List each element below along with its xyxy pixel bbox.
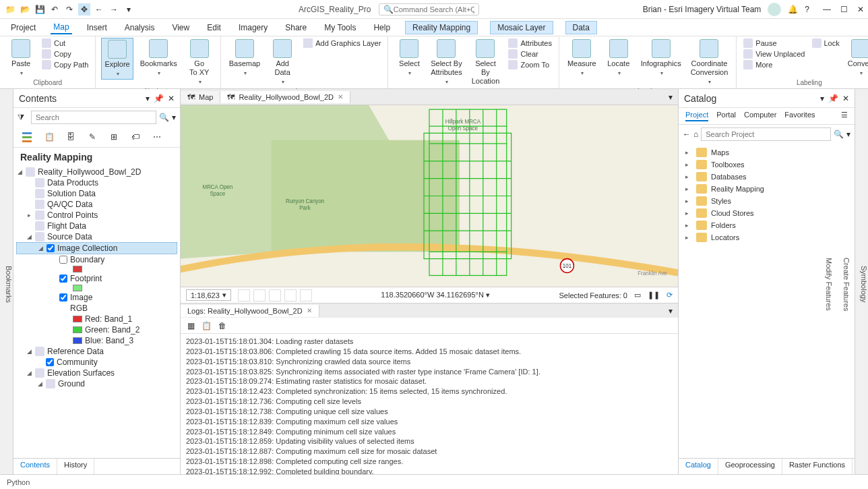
menu-edit[interactable]: Edit bbox=[204, 22, 224, 34]
view-unplaced-button[interactable]: View Unplaced bbox=[742, 49, 806, 59]
zoom-to-button[interactable]: Zoom To bbox=[507, 59, 553, 70]
rail-symbology[interactable]: Symbology bbox=[860, 266, 868, 302]
refresh-icon[interactable]: ⟳ bbox=[666, 291, 673, 299]
catalog-tab-portal[interactable]: Portal bbox=[716, 111, 736, 121]
logs-tab[interactable]: Logs: Reality_Hollywood_Bowl_2D✕ bbox=[181, 305, 319, 317]
bookmarks-button[interactable]: Bookmarks bbox=[137, 38, 180, 78]
basemap-button[interactable]: Basemap bbox=[226, 38, 263, 78]
copy-button[interactable]: Copy bbox=[40, 49, 90, 59]
command-search-input[interactable] bbox=[394, 5, 474, 13]
tree-item-image-collection[interactable]: ◢Image Collection bbox=[16, 242, 177, 254]
tree-item-control-points[interactable]: ▸Control Points bbox=[16, 210, 177, 221]
logs-body[interactable]: 2023-01-15T15:18:01.304: Loading raster … bbox=[181, 334, 678, 474]
selection-chip-icon[interactable]: ▭ bbox=[634, 291, 641, 299]
menu-project[interactable]: Project bbox=[8, 22, 38, 34]
bottom-tab-catalog[interactable]: Catalog bbox=[679, 459, 718, 474]
catalog-item-toolboxes[interactable]: ▸Toolboxes bbox=[683, 159, 850, 171]
go-to-xy-button[interactable]: GoTo XY bbox=[184, 38, 215, 88]
lock-button[interactable]: Lock bbox=[811, 38, 841, 49]
close-icon[interactable]: ✕ bbox=[857, 5, 864, 14]
tree-item-ground[interactable]: ◢Ground bbox=[16, 378, 177, 389]
selected-features-label[interactable]: Selected Features: 0 bbox=[559, 291, 627, 299]
coordinate-conversion-button[interactable]: CoordinateConversion bbox=[688, 38, 731, 88]
catalog-close-icon[interactable]: ✕ bbox=[842, 94, 849, 103]
catalog-tab-computer[interactable]: Computer bbox=[744, 111, 776, 121]
minimize-icon[interactable]: — bbox=[823, 5, 831, 14]
back-icon[interactable]: ← bbox=[93, 3, 105, 16]
panel-options-icon[interactable]: ▾ bbox=[146, 94, 150, 103]
menu-imagery[interactable]: Imagery bbox=[236, 22, 270, 34]
undo-icon[interactable]: ↶ bbox=[49, 3, 61, 16]
tree-item-image[interactable]: Image bbox=[16, 292, 177, 303]
dynamic-icon[interactable] bbox=[300, 289, 312, 301]
save-icon[interactable]: 💾 bbox=[34, 3, 46, 16]
catalog-home-icon[interactable]: ⌂ bbox=[693, 130, 698, 139]
catalog-item-folders[interactable]: ▸Folders bbox=[683, 219, 850, 231]
tree-item-green-band_2[interactable]: Green: Band_2 bbox=[16, 324, 177, 335]
list-by-drawing-icon[interactable] bbox=[20, 130, 35, 144]
logs-copy-icon[interactable]: 📋 bbox=[202, 321, 212, 330]
list-by-editing-icon[interactable]: ✎ bbox=[85, 130, 100, 144]
help-icon[interactable]: ? bbox=[805, 5, 809, 14]
snapping-icon[interactable] bbox=[253, 289, 266, 301]
map-tab-map[interactable]: 🗺Map bbox=[181, 91, 220, 103]
map-tabs-options-icon[interactable]: ▾ bbox=[669, 92, 678, 102]
tree-item-boundary[interactable]: Boundary bbox=[16, 254, 177, 265]
measure-button[interactable]: Measure bbox=[565, 38, 599, 78]
add-data-button[interactable]: AddData bbox=[267, 38, 298, 88]
command-search[interactable]: 🔍 bbox=[379, 3, 479, 16]
tree-item-rgb[interactable]: RGB bbox=[16, 303, 177, 314]
menu-map[interactable]: Map bbox=[51, 21, 71, 34]
tree-root[interactable]: ◢Reality_Hollywood_Bowl_2D bbox=[16, 167, 177, 177]
filter-icon[interactable]: ⧩ bbox=[18, 113, 28, 122]
corrections-icon[interactable] bbox=[284, 289, 297, 301]
explore-qat-icon[interactable]: ✥ bbox=[78, 3, 90, 16]
catalog-search-input[interactable] bbox=[701, 127, 831, 141]
menu-reality-mapping[interactable]: Reality Mapping bbox=[405, 21, 478, 34]
customize-qat-icon[interactable]: ▾ bbox=[123, 3, 135, 16]
constraints-icon[interactable] bbox=[269, 289, 281, 301]
pause-button[interactable]: Pause bbox=[742, 38, 806, 49]
list-by-snapping-icon[interactable]: ⊞ bbox=[106, 130, 121, 144]
tree-item-qa/qc-data[interactable]: QA/QC Data bbox=[16, 199, 177, 210]
copy-path-button[interactable]: Copy Path bbox=[40, 59, 90, 70]
tree-item-elevation-surfaces[interactable]: ◢Elevation Surfaces bbox=[16, 368, 177, 378]
tree-item-red-band_1[interactable]: Red: Band_1 bbox=[16, 314, 177, 324]
maximize-icon[interactable]: ☐ bbox=[840, 5, 848, 14]
tab-history[interactable]: History bbox=[57, 459, 94, 474]
select-button[interactable]: Select bbox=[394, 38, 425, 78]
attributes-button[interactable]: Attributes bbox=[507, 38, 553, 49]
tree-item-flight-data[interactable]: Flight Data bbox=[16, 221, 177, 231]
infographics-button[interactable]: Infographics bbox=[638, 38, 684, 78]
tree-item-data-products[interactable]: Data Products bbox=[16, 177, 177, 188]
list-by-selection-icon[interactable]: 🗄 bbox=[63, 130, 78, 144]
scale-input[interactable]: 1:18,623 ▾ bbox=[186, 289, 231, 301]
list-by-labeling-icon[interactable]: 🏷 bbox=[128, 130, 143, 144]
menu-my-tools[interactable]: My Tools bbox=[321, 22, 359, 34]
catalog-item-cloud-stores[interactable]: ▸Cloud Stores bbox=[683, 207, 850, 219]
redo-icon[interactable]: ↷ bbox=[63, 3, 75, 16]
logs-clear-icon[interactable]: 🗑 bbox=[218, 321, 226, 330]
tree-item-blue-band_3[interactable]: Blue: Band_3 bbox=[16, 335, 177, 346]
more-labeling-button[interactable]: More bbox=[742, 59, 806, 70]
tree-item-community[interactable]: Community bbox=[16, 357, 177, 368]
map-tab-reality-hollywood-bowl-2d[interactable]: 🗺Reality_Hollywood_Bowl_2D✕ bbox=[220, 91, 350, 103]
catalog-item-styles[interactable]: ▸Styles bbox=[683, 195, 850, 207]
panel-autohide-icon[interactable]: 📌 bbox=[154, 94, 164, 103]
open-project-icon[interactable]: 📂 bbox=[19, 3, 31, 16]
menu-analysis[interactable]: Analysis bbox=[122, 22, 158, 34]
catalog-back-icon[interactable]: ← bbox=[683, 130, 691, 139]
tree-item-footprint[interactable]: Footprint bbox=[16, 273, 177, 284]
catalog-autohide-icon[interactable]: 📌 bbox=[828, 94, 838, 103]
grid-icon[interactable] bbox=[238, 289, 250, 301]
explore-button[interactable]: Explore bbox=[101, 38, 133, 80]
menu-share[interactable]: Share bbox=[282, 22, 309, 34]
catalog-menu-icon[interactable]: ☰ bbox=[841, 111, 848, 121]
catalog-item-maps[interactable]: ▸Maps bbox=[683, 146, 850, 159]
logs-options-icon[interactable]: ▾ bbox=[669, 306, 678, 316]
add-graphics-layer-button[interactable]: Add Graphics Layer bbox=[302, 38, 382, 49]
rail-modify-features[interactable]: Modify Features bbox=[825, 258, 833, 311]
clear-selection-button[interactable]: Clear bbox=[507, 49, 553, 59]
contents-search-input[interactable] bbox=[31, 111, 156, 124]
tree-item-reference-data[interactable]: ◢Reference Data bbox=[16, 346, 177, 357]
